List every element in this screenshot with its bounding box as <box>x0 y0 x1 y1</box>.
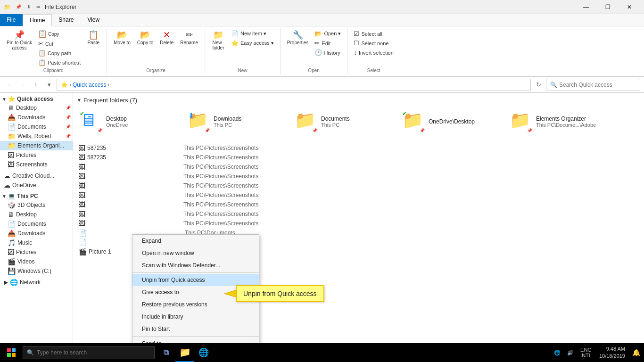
onedrive-icon: ☁ <box>4 181 10 189</box>
sidebar-item-onedrive[interactable]: ☁ OneDrive <box>0 181 73 190</box>
paste-button[interactable]: 📋 Paste <box>84 29 103 47</box>
delete-button[interactable]: ✕ Delete <box>157 29 176 47</box>
copy-to-button[interactable]: 📂 Copy to <box>134 29 156 47</box>
tab-file[interactable]: File <box>0 14 23 26</box>
taskbar-file-explorer[interactable]: 📁 <box>175 343 194 362</box>
paste-shortcut-button[interactable]: 📋 Paste shortcut <box>36 58 83 67</box>
file-row[interactable]: 🖼 587235 This PC\Pictures\Screenshots <box>77 143 640 153</box>
sidebar-item-elements-organi[interactable]: 📁 Elements Organi... <box>0 141 73 150</box>
maximize-button[interactable]: ❐ <box>597 0 619 14</box>
ctx-scan-defender-label: Scan with Windows Defender... <box>142 262 220 269</box>
start-button[interactable] <box>2 343 21 362</box>
taskbar-chrome[interactable]: 🌐 <box>194 343 213 362</box>
taskbar-locale[interactable]: ENG INTL <box>578 343 594 362</box>
ctx-expand[interactable]: Expand <box>132 235 259 247</box>
sidebar-item-videos[interactable]: 🎬 Videos <box>0 257 73 266</box>
sidebar-item-windows-c[interactable]: 💾 Windows (C:) <box>0 266 73 276</box>
close-button[interactable]: ✕ <box>619 0 640 14</box>
file-row[interactable]: 🖼 This PC\Pictures\Screenshots <box>77 162 640 172</box>
search-box[interactable]: 🔍 <box>546 79 640 91</box>
sidebar-item-downloads-pc[interactable]: 📥 Downloads <box>0 229 73 238</box>
file-row[interactable]: 🖼 This PC\Pictures\Screenshots <box>77 209 640 219</box>
forward-button[interactable]: → <box>17 79 28 90</box>
select-none-button[interactable]: ☐ Select none <box>351 39 396 48</box>
copy-path-button[interactable]: 📋 Copy path <box>36 49 83 58</box>
sidebar-item-desktop[interactable]: 🖥 Desktop 📌 <box>0 103 73 113</box>
folder-info-documents: Documents This PC <box>321 115 350 128</box>
sidebar-this-pc-group[interactable]: ▼ 💻 This PC <box>0 192 73 200</box>
minimize-button[interactable]: — <box>575 0 597 14</box>
copy-button[interactable]: 📋 Copy <box>36 29 61 39</box>
rename-button[interactable]: ✏ Rename <box>177 29 201 47</box>
file-row[interactable]: 🖼 This PC\Pictures\Screenshots <box>77 219 640 228</box>
taskbar-photos[interactable]: 🖼 <box>213 343 232 362</box>
taskbar-volume[interactable]: 🔊 <box>564 343 577 362</box>
sidebar-quick-access-group[interactable]: ▼ ⭐ Quick access <box>0 95 73 103</box>
new-buttons: 📁 Newfolder 📄 New item ▾ ⭐ Easy access ▾ <box>209 29 276 67</box>
sidebar-item-screenshots[interactable]: 🖼 Screenshots <box>0 160 73 169</box>
invert-selection-button[interactable]: ↕ Invert selection <box>351 48 396 57</box>
sidebar-item-pictures[interactable]: 🖼 Pictures <box>0 150 73 160</box>
tab-share[interactable]: Share <box>52 14 81 26</box>
new-folder-button[interactable]: 📁 Newfolder <box>209 29 228 52</box>
search-input[interactable] <box>559 82 636 88</box>
history-button[interactable]: 🕐 History <box>312 48 343 57</box>
edit-button[interactable]: ✏ Edit <box>312 39 343 48</box>
file-row[interactable]: 🖼 This PC\Pictures\Screenshots <box>77 200 640 209</box>
file-row[interactable]: 🖼 This PC\Pictures\Screenshots <box>77 190 640 200</box>
pin-to-quick-access-button[interactable]: 📌 Pin to Quickaccess <box>4 29 35 52</box>
sidebar-item-3d-objects[interactable]: 🎲 3D Objects <box>0 200 73 210</box>
select-all-button[interactable]: ☑ Select all <box>351 29 396 38</box>
folder-elements-organizer[interactable]: 📁 📌 Elements Organizer This PC\Docume...… <box>507 107 611 136</box>
cut-button[interactable]: ✂ Cut <box>36 39 83 48</box>
properties-button[interactable]: 🔧 Properties <box>284 29 312 47</box>
taskbar-search-input[interactable] <box>37 349 150 356</box>
taskbar-task-view[interactable]: ⧉ <box>157 343 175 362</box>
tab-home[interactable]: Home <box>23 14 52 26</box>
sidebar-item-network[interactable]: ▶ 🌐 Network <box>0 278 73 287</box>
taskbar-search-box[interactable]: 🔍 <box>23 346 155 359</box>
address-path[interactable]: ⭐ › Quick access › <box>57 79 531 91</box>
wells-icon: 📁 <box>8 132 16 140</box>
back-button[interactable]: ← <box>4 79 15 90</box>
sidebar-item-documents[interactable]: 📄 Documents 📌 <box>0 122 73 132</box>
pin-icon[interactable]: 📌 <box>14 3 23 10</box>
open-button[interactable]: 📂 Open ▾ <box>312 29 343 38</box>
refresh-button[interactable]: ↻ <box>533 79 544 90</box>
ribbon: File Home Share View 📌 Pin to Quickacces… <box>0 14 644 77</box>
folder-documents[interactable]: 📁 📌 Documents This PC <box>292 107 396 136</box>
ctx-unpin-quick-access[interactable]: Unpin from Quick access <box>132 274 259 286</box>
ctx-scan-defender[interactable]: Scan with Windows Defender... <box>132 259 259 272</box>
redo-icon[interactable]: ➡ <box>34 3 42 10</box>
taskbar-clock[interactable]: 9:48 AM 10/18/2019 <box>595 346 629 360</box>
undo-icon[interactable]: ⬇ <box>25 3 33 10</box>
file-row[interactable]: 🖼 This PC\Pictures\Screenshots <box>77 172 640 181</box>
folder-onedrive-desktop[interactable]: ✔ 📁 📌 OneDrive\Desktop <box>399 107 503 136</box>
taskbar-network-status[interactable]: 🌐 <box>551 343 563 362</box>
tab-view[interactable]: View <box>81 14 107 26</box>
move-to-button[interactable]: 📂 Move to <box>111 29 133 47</box>
sidebar-item-documents-pc[interactable]: 📄 Documents <box>0 219 73 229</box>
sidebar-item-desktop-pc[interactable]: 🖥 Desktop <box>0 210 73 219</box>
ctx-include-library[interactable]: Include in library <box>132 311 259 323</box>
sidebar-item-creative-cloud[interactable]: ☁ Creative Cloud... <box>0 171 73 181</box>
sidebar-item-wells-robert[interactable]: 📁 Wells, Robert 📌 <box>0 132 73 141</box>
taskbar-notification[interactable]: 🔔 <box>630 343 642 362</box>
frequent-folders-header[interactable]: ▼ Frequent folders (7) <box>77 97 640 104</box>
selectall-icon: ☑ <box>354 30 359 37</box>
ctx-pin-to-start[interactable]: Pin to Start <box>132 323 259 335</box>
recent-locations-button[interactable]: ▾ <box>43 79 55 90</box>
folder-desktop[interactable]: ✔ 🖥 📌 Desktop OneDrive <box>77 107 181 136</box>
sidebar-item-music[interactable]: 🎵 Music <box>0 238 73 247</box>
ctx-open-new-window[interactable]: Open in new window <box>132 247 259 259</box>
easy-access-button[interactable]: ⭐ Easy access ▾ <box>229 39 276 48</box>
folder-downloads[interactable]: 📁 ⬇ 📌 Downloads This PC <box>184 107 288 136</box>
sidebar-item-pictures-pc[interactable]: 🖼 Pictures <box>0 247 73 257</box>
up-button[interactable]: ↑ <box>30 79 41 90</box>
sidebar-screenshots-label: Screenshots <box>16 161 71 168</box>
new-item-button[interactable]: 📄 New item ▾ <box>229 29 276 38</box>
file-row[interactable]: 🖼 This PC\Pictures\Screenshots <box>77 181 640 190</box>
addr-quick-access[interactable]: Quick access <box>73 82 106 88</box>
sidebar-item-downloads[interactable]: 📥 Downloads 📌 <box>0 113 73 122</box>
file-row[interactable]: 🖼 587235 This PC\Pictures\Screenshots <box>77 153 640 162</box>
